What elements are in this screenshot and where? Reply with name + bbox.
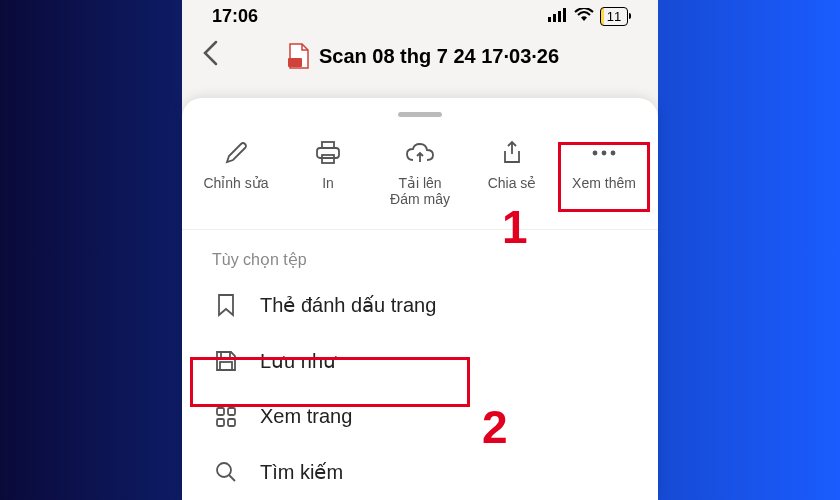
pdf-icon: [287, 43, 309, 69]
svg-rect-15: [217, 419, 224, 426]
status-time: 17:06: [212, 6, 258, 27]
search-item[interactable]: Tìm kiếm: [182, 444, 658, 500]
phone-screen: 17:06 11 Scan 08 thg 7 24 17·03·26: [182, 0, 658, 500]
svg-point-10: [611, 151, 616, 156]
print-action[interactable]: In: [282, 135, 374, 211]
svg-rect-14: [228, 408, 235, 415]
search-label: Tìm kiếm: [260, 460, 343, 484]
back-button[interactable]: [202, 40, 218, 73]
sheet-handle[interactable]: [398, 112, 442, 117]
wifi-icon: [574, 6, 594, 27]
grid-icon: [212, 406, 240, 428]
view-page-item[interactable]: Xem trang: [182, 389, 658, 444]
file-options-header: Tùy chọn tệp: [182, 230, 658, 277]
nav-bar: Scan 08 thg 7 24 17·03·26: [182, 32, 658, 80]
save-as-item[interactable]: Lưu như: [182, 333, 658, 389]
document-title-wrap: Scan 08 thg 7 24 17·03·26: [236, 43, 610, 69]
status-bar: 17:06 11: [182, 0, 658, 32]
svg-rect-2: [558, 11, 561, 22]
bottom-sheet: Chỉnh sửa In Tải lên Đám mây Chia sẻ: [182, 98, 658, 500]
upload-action[interactable]: Tải lên Đám mây: [374, 135, 466, 211]
battery-indicator: 11: [600, 7, 628, 26]
edit-label: Chỉnh sửa: [203, 175, 268, 191]
svg-rect-12: [220, 362, 232, 370]
share-action[interactable]: Chia sẻ: [466, 135, 558, 211]
save-as-label: Lưu như: [260, 349, 336, 373]
svg-rect-7: [322, 155, 334, 163]
bookmark-icon: [212, 293, 240, 317]
svg-rect-3: [563, 8, 566, 22]
status-indicators: 11: [548, 6, 628, 27]
printer-icon: [315, 139, 341, 167]
svg-rect-1: [553, 14, 556, 22]
svg-point-9: [602, 151, 607, 156]
pencil-icon: [224, 139, 248, 167]
bookmark-item[interactable]: Thẻ đánh dấu trang: [182, 277, 658, 333]
more-label: Xem thêm: [572, 175, 636, 191]
cloud-upload-icon: [405, 139, 435, 167]
svg-point-17: [217, 463, 231, 477]
bookmark-label: Thẻ đánh dấu trang: [260, 293, 436, 317]
svg-point-8: [593, 151, 598, 156]
upload-label: Tải lên Đám mây: [390, 175, 450, 207]
share-label: Chia sẻ: [488, 175, 537, 191]
search-icon: [212, 461, 240, 483]
signal-icon: [548, 6, 568, 27]
svg-rect-16: [228, 419, 235, 426]
svg-rect-4: [288, 58, 302, 67]
svg-rect-11: [221, 352, 230, 358]
share-icon: [501, 139, 523, 167]
action-row: Chỉnh sửa In Tải lên Đám mây Chia sẻ: [182, 135, 658, 230]
more-action[interactable]: Xem thêm: [558, 135, 650, 211]
document-title: Scan 08 thg 7 24 17·03·26: [319, 45, 559, 68]
more-icon: [591, 139, 617, 167]
svg-rect-13: [217, 408, 224, 415]
view-page-label: Xem trang: [260, 405, 352, 428]
edit-action[interactable]: Chỉnh sửa: [190, 135, 282, 211]
print-label: In: [322, 175, 334, 191]
svg-rect-0: [548, 17, 551, 22]
save-icon: [212, 350, 240, 372]
svg-rect-6: [317, 148, 339, 158]
